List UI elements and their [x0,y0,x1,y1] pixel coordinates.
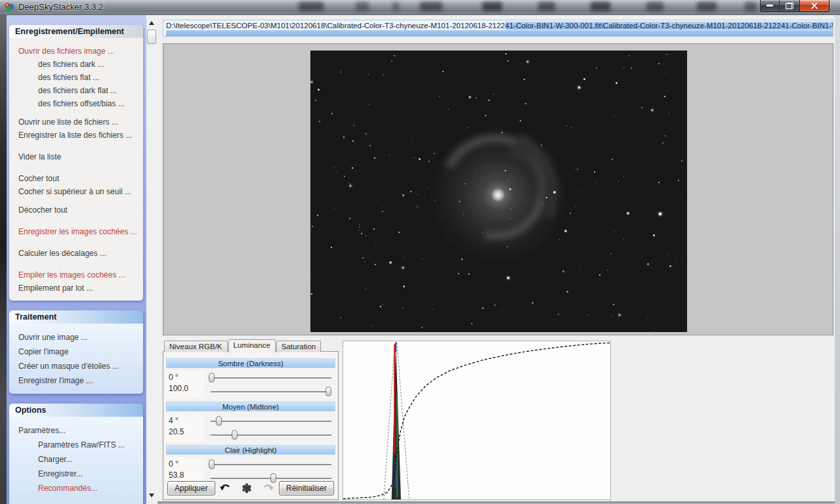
sidebar-item-param-tres[interactable]: Paramètres... [9,423,143,438]
scrollbar-thumb[interactable] [147,30,156,44]
glass-reflection [299,2,324,11]
star [389,155,390,156]
sidebar-item-vider-la-liste[interactable]: Vider la liste [9,150,143,163]
slider-track[interactable] [211,377,331,379]
sidebar-item-cocher-tout[interactable]: Cocher tout [9,172,143,185]
star [574,168,575,169]
sidebar-item-enregistrer[interactable]: Enregistrer... [9,467,143,481]
star [669,265,671,267]
file-path-field[interactable]: D:\Itelescope\TELESCOPE-03\M101\20120618… [163,20,833,37]
slider-track[interactable] [211,434,331,436]
slider-thumb[interactable] [216,416,222,426]
tab-saturation[interactable]: Saturation [276,341,321,352]
main-area: D:\Itelescope\TELESCOPE-03\M101\20120618… [158,15,835,501]
angle-value: 0 ° [169,459,204,470]
sidebar-item-des-fichiers-offset-bias[interactable]: des fichiers offset/bias ... [9,97,143,110]
minimize-icon [766,5,773,7]
scroll-up-icon[interactable] [149,21,154,25]
star [647,263,649,265]
sidebar-item-enregistrer-l-image[interactable]: Enregistrer l'image ... [9,373,143,388]
star [317,215,318,216]
sidebar-item-d-cocher-tout[interactable]: Décocher tout [9,203,143,217]
star [596,182,597,182]
star [580,268,581,269]
sidebar-item-cr-er-un-masque-d-toiles[interactable]: Créer un masque d'étoiles ... [9,359,143,373]
tab-strip: Niveaux RGB/KLuminanceSaturation [163,339,339,352]
star [337,172,337,173]
star [398,232,400,233]
slider-top[interactable] [209,414,333,428]
star [369,145,371,146]
slider-track[interactable] [211,391,331,392]
slider-bottom[interactable] [209,428,333,442]
star [505,170,506,171]
star [318,89,320,91]
sidebar-item-charger[interactable]: Charger... [9,452,143,467]
scroll-down-icon[interactable] [149,494,154,497]
level-value: 53.8 [169,470,204,481]
sidebar-item-copier-l-image[interactable]: Copier l'image [9,345,143,359]
slider-track[interactable] [211,464,331,465]
sidebar-item-enregistrer-la-liste-des-fichiers[interactable]: Enregistrer la liste des fichiers ... [9,129,143,142]
image-viewer[interactable] [163,43,833,335]
sidebar-item-recommand-s[interactable]: Recommandés... [9,481,143,495]
minimize-button[interactable] [760,0,780,12]
galaxy-arm [432,128,564,258]
sidebar-item-ouvrir-des-fichiers-image[interactable]: Ouvrir des fichiers image ... [9,45,143,58]
sidebar-item-empiler-les-images-coch-es[interactable]: Empiler les images cochées ... [9,268,143,282]
sidebar-item-des-fichiers-dark[interactable]: des fichiers dark ... [9,58,143,71]
slider-track[interactable] [211,421,331,422]
group-header-traitement: Traitement [9,310,143,324]
sidebar-scrollbar[interactable] [146,15,158,504]
star [445,174,446,175]
undo-icon[interactable] [219,484,232,494]
star [564,230,567,232]
star [501,310,502,310]
settings-gear-icon[interactable] [241,482,253,494]
sidebar-item-empilement-par-lot[interactable]: Empilement par lot ... [9,282,143,295]
slider-thumb[interactable] [209,459,215,469]
slider-top[interactable] [209,371,333,385]
star [476,97,477,98]
bright-star [527,61,528,62]
tab-niveaux-rgb-k[interactable]: Niveaux RGB/K [164,341,228,352]
reset-button[interactable]: Réinitialiser [279,481,334,495]
star [383,304,383,305]
slider-thumb[interactable] [209,373,215,383]
maximize-button[interactable] [780,0,799,12]
sidebar-item-calculer-les-d-calages[interactable]: Calculer les décalages ... [9,247,143,260]
sidebar-item-ouvrir-une-image[interactable]: Ouvrir une image ... [9,330,143,345]
redo-icon[interactable] [262,484,274,494]
star [349,218,350,219]
titlebar[interactable]: DeepSkyStacker 3.3.2 [0,0,840,15]
sidebar-item-des-fichiers-flat[interactable]: des fichiers flat ... [9,71,143,84]
star [352,140,354,142]
sidebar-item-cocher-si-sup-rieur-un-seuil[interactable]: Cocher si supérieur à un seuil ... [9,185,143,198]
close-button[interactable] [799,0,830,12]
slider-thumb[interactable] [326,387,331,396]
star [434,200,435,201]
apply-button[interactable]: Appliquer [167,481,215,495]
sidebar-item-enregistrer-les-images-coch-es[interactable]: Enregistrer les images cochées ... [9,225,143,238]
star [461,259,463,260]
sidebar-item-a-propos-de-deepskystacker[interactable]: A propos de DeepSkyStacker ... [9,501,143,504]
star [596,68,597,69]
section-header-sombre-darkness: Sombre (Darkness) [166,358,335,368]
star [669,113,669,114]
star [373,228,375,230]
star [607,270,608,271]
slider-thumb[interactable] [232,430,238,440]
star [613,304,614,305]
sidebar-item-ouvrir-une-liste-de-fichiers[interactable]: Ouvrir une liste de fichiers ... [9,116,143,129]
star [507,246,508,247]
sidebar-item-des-fichiers-dark-flat[interactable]: des fichiers dark flat ... [9,84,143,97]
star [394,55,395,56]
sidebar-item-param-tres-raw-fits[interactable]: Paramètres Raw/FITS ... [9,438,143,452]
star [570,213,571,214]
star [524,79,525,80]
slider-top[interactable] [209,457,333,471]
star [315,100,316,101]
star [331,247,332,248]
slider-bottom[interactable] [209,385,333,398]
tab-luminance[interactable]: Luminance [228,339,276,352]
